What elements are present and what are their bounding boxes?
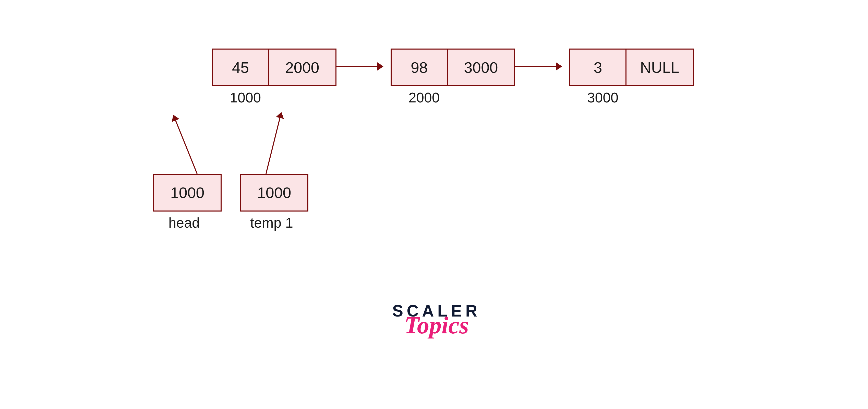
node-data: 3 [570,50,626,85]
node-next: 2000 [269,50,336,85]
pointer-head: 1000 [153,174,222,211]
node-data: 98 [392,50,448,85]
node-next: NULL [626,50,693,85]
list-node: 45 2000 [212,49,337,86]
pointer-temp1: 1000 [240,174,308,211]
node-address: 1000 [230,89,261,106]
pointer-label: temp 1 [250,214,293,231]
next-arrow-icon [515,66,561,67]
node-data: 45 [213,50,269,85]
pointer-arrow-icon [173,115,197,174]
next-arrow-icon [337,66,382,67]
list-node: 98 3000 [391,49,515,86]
node-address: 3000 [587,89,618,106]
diagram-canvas: 45 2000 1000 98 3000 2000 3 NULL 3000 10… [0,0,868,409]
node-address: 2000 [408,89,440,106]
pointer-label: head [168,214,199,231]
pointer-arrow-icon [266,113,282,174]
node-next: 3000 [448,50,514,85]
list-node: 3 NULL [569,49,694,86]
scaler-topics-logo: SCALER Topics [383,301,490,336]
